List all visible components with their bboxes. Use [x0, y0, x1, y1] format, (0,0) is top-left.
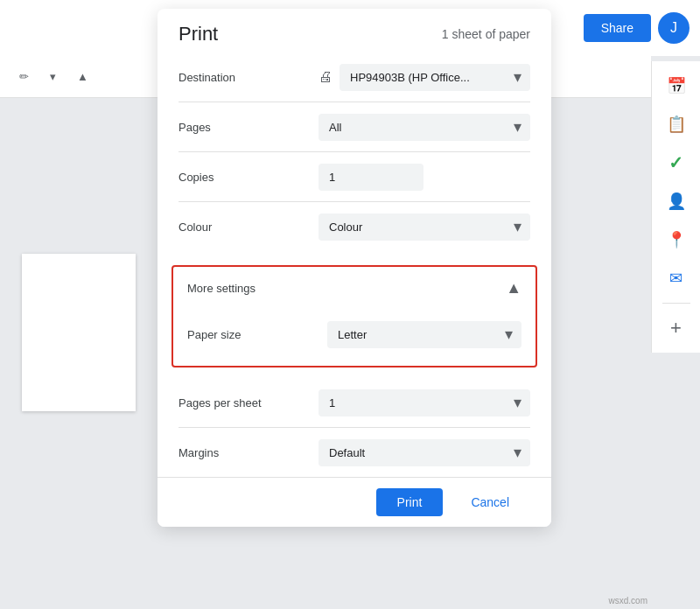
pages-label: Pages: [178, 121, 318, 134]
pages-row: Pages All ▾: [158, 102, 551, 151]
margins-select[interactable]: Default: [318, 439, 530, 466]
print-dialog: Print 1 sheet of paper Destination 🖨 HP9…: [158, 9, 551, 527]
more-settings-header[interactable]: More settings ▲: [173, 267, 536, 310]
maps-icon[interactable]: 📍: [659, 222, 694, 257]
pages-control: All ▾: [318, 114, 530, 141]
dialog-title: Print: [178, 23, 218, 46]
avatar[interactable]: J: [658, 12, 690, 44]
margins-label: Margins: [178, 446, 318, 459]
dialog-footer: Print Cancel: [158, 477, 551, 527]
paper-size-control: Letter ▾: [327, 321, 522, 348]
colour-row: Colour Colour ▾: [158, 202, 551, 251]
paper-size-select[interactable]: Letter: [327, 321, 522, 348]
pencil-button[interactable]: ✏: [10, 65, 38, 88]
tasks-check-icon[interactable]: ✓: [659, 145, 694, 180]
spacer-2: [158, 371, 551, 378]
margins-control: Default ▾: [318, 439, 530, 466]
destination-select[interactable]: HP94903B (HP Office...: [340, 64, 530, 91]
paper-size-row: Paper size Letter ▾: [173, 310, 536, 359]
more-settings-content: Paper size Letter ▾: [173, 310, 536, 366]
dialog-scrollable[interactable]: Destination 🖨 HP94903B (HP Office... ▾ P…: [158, 52, 551, 477]
copies-control: [318, 164, 530, 191]
dialog-header: Print 1 sheet of paper: [158, 9, 551, 52]
watermark: wsxd.com: [609, 596, 648, 606]
spacer-1: [158, 251, 551, 262]
contacts-icon[interactable]: 👤: [659, 184, 694, 219]
more-settings-label: More settings: [187, 282, 256, 295]
pages-per-sheet-label: Pages per sheet: [178, 396, 318, 410]
destination-control: 🖨 HP94903B (HP Office... ▾: [318, 64, 530, 91]
share-button[interactable]: Share: [584, 14, 651, 42]
print-button[interactable]: Print: [376, 488, 444, 516]
sidebar-divider: [662, 303, 690, 304]
pencil-icon: ✏: [19, 70, 29, 83]
chevron-down-button[interactable]: ▾: [41, 65, 65, 88]
paper-size-label: Paper size: [187, 328, 327, 341]
more-settings-chevron-icon: ▲: [506, 279, 522, 298]
destination-row: Destination 🖨 HP94903B (HP Office... ▾: [158, 52, 551, 102]
copies-label: Copies: [178, 171, 318, 184]
copies-input[interactable]: [318, 164, 424, 191]
mail-icon[interactable]: ✉: [659, 261, 694, 296]
paper-sheet: [22, 254, 136, 411]
right-sidebar: 📅 📋 ✓ 👤 📍 ✉ +: [651, 61, 700, 353]
chevron-down-icon: ▾: [50, 70, 56, 83]
calendar-icon[interactable]: 📅: [659, 68, 694, 103]
colour-control: Colour ▾: [318, 214, 530, 241]
colour-label: Colour: [178, 220, 318, 234]
chevron-up-icon: ▲: [77, 70, 88, 83]
more-settings-section: More settings ▲ Paper size Letter ▾: [172, 265, 537, 368]
tasks-icon[interactable]: 📋: [659, 107, 694, 142]
paper-preview: [0, 56, 158, 609]
pages-select[interactable]: All: [318, 114, 530, 141]
add-sidebar-icon[interactable]: +: [659, 311, 694, 346]
cancel-button[interactable]: Cancel: [450, 488, 530, 516]
chevron-up-button[interactable]: ▲: [68, 65, 97, 88]
pages-per-sheet-select[interactable]: 1: [318, 389, 530, 416]
copies-row: Copies: [158, 152, 551, 201]
printer-icon: 🖨: [318, 69, 332, 85]
sheet-count: 1 sheet of paper: [442, 27, 530, 41]
pages-per-sheet-row: Pages per sheet 1 ▾: [158, 378, 551, 427]
margins-row: Margins Default ▾: [158, 428, 551, 477]
destination-label: Destination: [178, 71, 318, 84]
pages-per-sheet-control: 1 ▾: [318, 389, 530, 416]
colour-select[interactable]: Colour: [318, 214, 530, 241]
